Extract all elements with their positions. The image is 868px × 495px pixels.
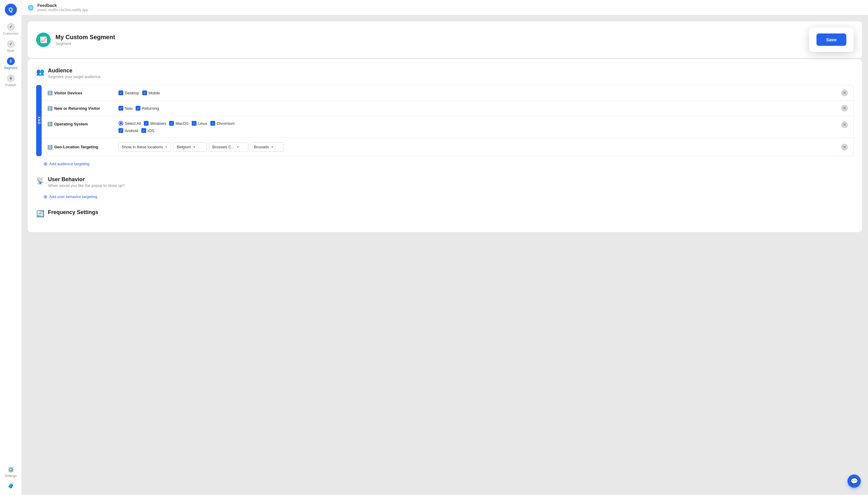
app-logo[interactable]: Q [5, 4, 17, 16]
frequency-title: Frequency Settings [48, 209, 98, 216]
chromium-label: Chromium [217, 121, 235, 126]
publish-step: 4 [7, 74, 15, 82]
geo-selector-dropdown[interactable]: Show in these locations ▼ [119, 142, 171, 152]
chat-button[interactable]: 💬 [848, 475, 861, 488]
city-text: Brussels [254, 145, 269, 149]
select-all-radio[interactable]: Select All [119, 121, 141, 126]
save-button[interactable]: Save [816, 33, 846, 46]
behavior-icon: 📡 [36, 177, 44, 185]
sidebar-item-suitcase[interactable]: 🧳 [5, 480, 17, 491]
behavior-title: User Behavior [48, 176, 124, 183]
geo-remove[interactable]: ✕ [841, 144, 848, 150]
os-options-row1: Select All ✓ Windows ✓ MacOS [119, 121, 836, 126]
region-text: Brussels C... [212, 145, 235, 149]
macos-checkbox[interactable]: ✓ MacOS [169, 121, 188, 126]
chromium-checkbox[interactable]: ✓ Chromium [210, 121, 235, 126]
region-chevron: ▼ [236, 145, 239, 149]
os-options-row2: ✓ Android ✓ IOS [119, 128, 836, 133]
audience-icon: 👥 [36, 68, 44, 76]
add-behavior-label: Add user behavior targeting [49, 194, 97, 199]
android-label: Android [125, 129, 138, 133]
select-all-label: Select All [125, 121, 141, 126]
chromium-check-icon: ✓ [210, 121, 215, 126]
geo-options: Show in these locations ▼ Belgium ▼ Brus… [119, 142, 836, 152]
region-dropdown[interactable]: Brussels C... ▼ [209, 142, 248, 152]
top-bar: 🌐 Feedback poetic-muffin-cbc3ee.netlify.… [22, 0, 868, 15]
visitor-devices-row: ℹ️ Visitor Devices ✓ Desktop ✓ Mobile [42, 85, 853, 101]
ios-checkbox[interactable]: ✓ IOS [141, 128, 154, 133]
new-returning-options: ✓ New ✓ Returning [119, 106, 836, 110]
linux-checkbox[interactable]: ✓ Linux [192, 121, 207, 126]
visitor-devices-info-icon[interactable]: ℹ️ [47, 90, 52, 95]
ios-check-icon: ✓ [141, 128, 146, 133]
logo-letter: Q [8, 7, 13, 13]
globe-icon: 🌐 [28, 5, 34, 11]
city-dropdown[interactable]: Brussels ▼ [251, 142, 284, 152]
new-check-icon: ✓ [119, 106, 123, 110]
add-behavior-targeting[interactable]: ⊕ Add user behavior targeting [44, 194, 853, 200]
gear-icon: ⚙️ [7, 466, 14, 473]
select-all-radio-icon [119, 121, 123, 126]
mobile-label: Mobile [149, 91, 160, 95]
os-remove[interactable]: ✕ [841, 121, 848, 128]
visitor-devices-remove[interactable]: ✕ [841, 89, 848, 96]
audience-title: Audience [48, 68, 100, 74]
frequency-section: 🔄 Frequency Settings [36, 209, 853, 218]
windows-label: Windows [150, 121, 166, 126]
country-text: Belgium [177, 145, 191, 149]
add-audience-icon: ⊕ [44, 161, 47, 167]
sidebar-item-settings[interactable]: ⚙️ Settings [5, 464, 17, 480]
top-bar-url: poetic-muffin-cbc3ee.netlify.app [37, 8, 88, 12]
sidebar-item-publish[interactable]: 4 Publish [0, 72, 21, 89]
customize-label: Customize [3, 32, 19, 35]
linux-check-icon: ✓ [192, 121, 196, 126]
audience-container: AND ℹ️ Visitor Devices ✓ Desktop [36, 85, 853, 156]
audience-subtitle: Segment your target audience [48, 74, 100, 79]
audience-section-header: 👥 Audience Segment your target audience [36, 68, 853, 79]
sidebar-item-customize[interactable]: ✓ Customize [0, 20, 21, 38]
country-dropdown[interactable]: Belgium ▼ [174, 142, 207, 152]
suitcase-icon: 🧳 [7, 482, 14, 489]
returning-checkbox[interactable]: ✓ Returning [136, 106, 159, 110]
returning-label: Returning [142, 106, 159, 110]
visitor-devices-text: Visitor Devices [54, 91, 82, 95]
os-text: Operating System [54, 122, 88, 126]
mobile-checkbox[interactable]: ✓ Mobile [142, 90, 160, 95]
segment-name: My Custom Segment [55, 34, 115, 41]
content-card: 👥 Audience Segment your target audience … [28, 59, 862, 232]
city-chevron: ▼ [271, 145, 274, 149]
os-options-container: Select All ✓ Windows ✓ MacOS [119, 121, 836, 133]
page-wrapper: 🌐 Feedback poetic-muffin-cbc3ee.netlify.… [22, 0, 868, 495]
android-checkbox[interactable]: ✓ Android [119, 128, 138, 133]
android-check-icon: ✓ [119, 128, 123, 133]
segment-icon: 📈 [36, 33, 51, 47]
visitor-devices-options: ✓ Desktop ✓ Mobile [119, 90, 836, 95]
geo-selector-text: Show in these locations [122, 145, 163, 149]
geo-selector-chevron: ▼ [165, 145, 168, 149]
behavior-section-header: 📡 User Behavior When would you like the … [36, 176, 853, 188]
country-chevron: ▼ [193, 145, 196, 149]
os-info-icon[interactable]: ℹ️ [47, 121, 52, 126]
header-text: My Custom Segment Segment [55, 34, 115, 46]
rows-container: ℹ️ Visitor Devices ✓ Desktop ✓ Mobile [41, 85, 853, 156]
new-returning-remove[interactable]: ✕ [841, 105, 848, 112]
sidebar-item-style[interactable]: ✓ Style [0, 38, 21, 55]
save-popup: Save [809, 28, 853, 52]
windows-checkbox[interactable]: ✓ Windows [144, 121, 166, 126]
frequency-section-header: 🔄 Frequency Settings [36, 209, 853, 218]
new-label: New [125, 106, 133, 110]
desktop-check-icon: ✓ [119, 90, 123, 95]
mobile-check-icon: ✓ [142, 90, 147, 95]
new-returning-info-icon[interactable]: ℹ️ [47, 106, 52, 110]
desktop-checkbox[interactable]: ✓ Desktop [119, 90, 139, 95]
add-audience-targeting[interactable]: ⊕ Add audience targeting [44, 161, 853, 167]
new-returning-row: ℹ️ New or Returning Visitor ✓ New ✓ Retu… [42, 101, 853, 116]
new-checkbox[interactable]: ✓ New [119, 106, 133, 110]
sidebar-item-segment[interactable]: 3 Segment [0, 55, 21, 72]
geo-info-icon[interactable]: ℹ️ [47, 145, 52, 150]
visitor-devices-label: ℹ️ Visitor Devices [47, 90, 114, 95]
os-label: ℹ️ Operating System [47, 121, 114, 126]
geo-row: ℹ️ Geo-Location Targeting Show in these … [42, 138, 853, 156]
segment-type: Segment [55, 41, 115, 46]
frequency-text: Frequency Settings [48, 209, 98, 216]
